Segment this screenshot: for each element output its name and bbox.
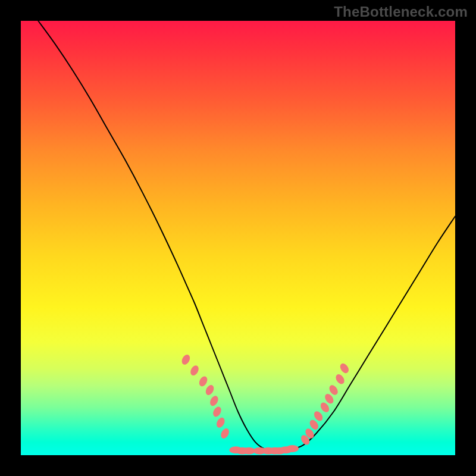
chart-overlay-svg <box>21 21 455 455</box>
data-point-marker <box>339 362 350 375</box>
data-point-marker <box>286 445 299 452</box>
data-point-marker <box>208 394 220 408</box>
data-point-marker <box>211 405 223 418</box>
watermark-text: TheBottleneck.com <box>334 4 468 20</box>
data-point-marker <box>220 427 231 440</box>
chart-stage: TheBottleneck.com <box>0 0 476 476</box>
data-point-marker <box>198 375 209 388</box>
data-point-marker <box>180 353 192 367</box>
data-point-markers <box>180 353 350 455</box>
plot-area <box>21 21 455 455</box>
data-point-marker <box>204 384 215 397</box>
bottleneck-curve <box>38 21 455 451</box>
data-point-marker <box>189 364 200 377</box>
data-point-marker <box>334 372 346 386</box>
data-point-marker <box>215 416 226 429</box>
